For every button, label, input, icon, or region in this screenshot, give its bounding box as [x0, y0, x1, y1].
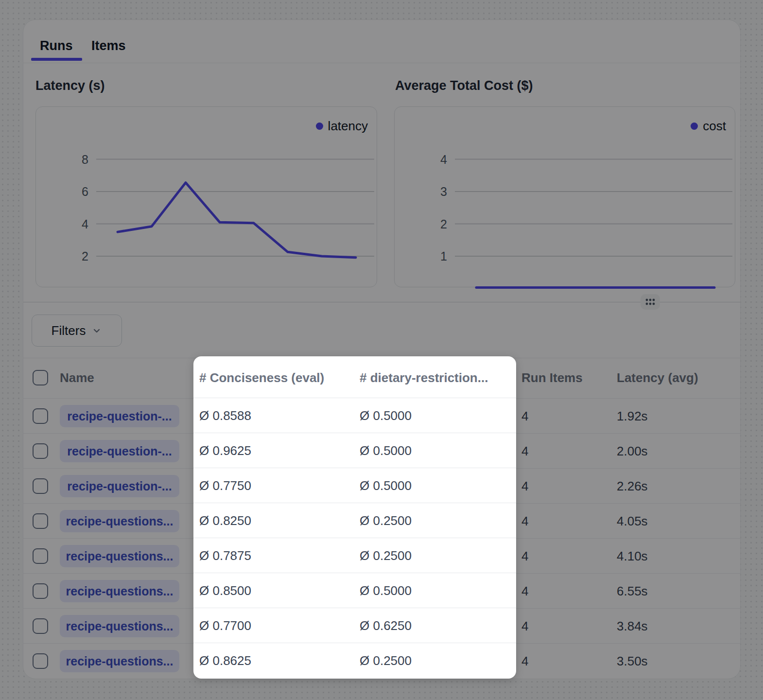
- drag-dots-icon: [641, 294, 660, 310]
- select-all-checkbox[interactable]: [33, 370, 48, 385]
- filters-button-label: Filters: [52, 323, 86, 338]
- chart-cost-plot: [395, 107, 735, 288]
- row-checkbox[interactable]: [33, 583, 48, 599]
- column-header-name[interactable]: Name: [60, 370, 94, 385]
- row-checkbox[interactable]: [33, 653, 48, 669]
- run-items-cell: 4: [521, 443, 528, 459]
- run-name-badge[interactable]: recipe-question-...: [60, 440, 179, 462]
- highlighted-row: Ø 0.7750Ø 0.5000: [193, 468, 516, 503]
- row-checkbox[interactable]: [33, 478, 48, 494]
- conciseness-cell: Ø 0.8250: [199, 513, 251, 528]
- section-splitter: [23, 302, 740, 302]
- run-items-cell: 4: [521, 478, 528, 494]
- row-checkbox[interactable]: [33, 408, 48, 424]
- row-checkbox[interactable]: [33, 548, 48, 564]
- row-checkbox[interactable]: [33, 513, 48, 529]
- dietary-restriction-cell: Ø 0.5000: [360, 443, 412, 458]
- run-items-cell: 4: [521, 583, 528, 599]
- column-header-latency[interactable]: Latency (avg): [617, 370, 698, 385]
- run-items-cell: 4: [521, 513, 528, 529]
- latency-line: [118, 183, 356, 258]
- highlighted-row: Ø 0.7875Ø 0.2500: [193, 538, 516, 573]
- column-header-run-items[interactable]: Run Items: [521, 370, 583, 385]
- run-name-badge[interactable]: recipe-questions...: [60, 615, 179, 637]
- latency-cell: 2.00s: [617, 443, 648, 459]
- conciseness-cell: Ø 0.7875: [199, 548, 251, 563]
- conciseness-cell: Ø 0.8500: [199, 583, 251, 598]
- tab-runs[interactable]: Runs: [40, 38, 73, 53]
- run-name-badge[interactable]: recipe-question-...: [60, 475, 179, 497]
- active-tab-indicator: [31, 58, 82, 61]
- cost-chart: cost 4321: [394, 106, 735, 287]
- cost-chart-title: Average Total Cost ($): [395, 78, 533, 93]
- dietary-restriction-cell: Ø 0.2500: [360, 653, 412, 668]
- latency-cell: 4.10s: [617, 548, 648, 564]
- run-name-badge[interactable]: recipe-questions...: [60, 650, 179, 672]
- conciseness-cell: Ø 0.7700: [199, 618, 251, 633]
- highlighted-row: Ø 0.8250Ø 0.2500: [193, 503, 516, 538]
- column-header-conciseness[interactable]: # Conciseness (eval): [199, 370, 324, 385]
- run-name-badge[interactable]: recipe-questions...: [60, 580, 179, 602]
- resize-drag-handle[interactable]: [641, 294, 660, 310]
- dietary-restriction-cell: Ø 0.2500: [360, 513, 412, 528]
- conciseness-cell: Ø 0.7750: [199, 478, 251, 493]
- column-header-dietary-restriction[interactable]: # dietary-restriction...: [360, 370, 488, 385]
- tabs-divider: [23, 63, 740, 63]
- highlighted-row: Ø 0.8588Ø 0.5000: [193, 398, 516, 433]
- latency-chart-title: Latency (s): [35, 78, 105, 93]
- run-items-cell: 4: [521, 653, 528, 669]
- highlighted-row: Ø 0.7700Ø 0.6250: [193, 608, 516, 643]
- tab-items[interactable]: Items: [91, 38, 126, 53]
- run-name-badge[interactable]: recipe-question-...: [60, 405, 179, 427]
- chart-latency-plot: [36, 107, 377, 288]
- conciseness-cell: Ø 0.8588: [199, 408, 251, 423]
- highlighted-row: Ø 0.9625Ø 0.5000: [193, 433, 516, 468]
- chevron-down-icon: [91, 325, 102, 336]
- run-name-badge[interactable]: recipe-questions...: [60, 545, 179, 567]
- row-checkbox[interactable]: [33, 618, 48, 634]
- dietary-restriction-cell: Ø 0.2500: [360, 548, 412, 563]
- latency-cell: 6.55s: [617, 583, 648, 599]
- run-items-cell: 4: [521, 408, 528, 424]
- run-items-cell: 4: [521, 618, 528, 634]
- dietary-restriction-cell: Ø 0.6250: [360, 618, 412, 633]
- run-items-cell: 4: [521, 548, 528, 564]
- highlighted-row: Ø 0.8500Ø 0.5000: [193, 573, 516, 608]
- dietary-restriction-cell: Ø 0.5000: [360, 583, 412, 598]
- run-name-badge[interactable]: recipe-questions...: [60, 510, 179, 532]
- latency-cell: 3.84s: [617, 618, 648, 634]
- latency-cell: 4.05s: [617, 513, 648, 529]
- conciseness-cell: Ø 0.9625: [199, 443, 251, 458]
- latency-cell: 1.92s: [617, 408, 648, 424]
- highlighted-row: Ø 0.8625Ø 0.2500: [193, 643, 516, 678]
- page: Runs Items Latency (s) Average Total Cos…: [0, 0, 763, 700]
- latency-cell: 3.50s: [617, 653, 648, 669]
- dietary-restriction-cell: Ø 0.5000: [360, 408, 412, 423]
- latency-chart: latency 8642: [35, 106, 377, 287]
- row-checkbox[interactable]: [33, 443, 48, 459]
- conciseness-cell: Ø 0.8625: [199, 653, 251, 668]
- latency-cell: 2.26s: [617, 478, 648, 494]
- dietary-restriction-cell: Ø 0.5000: [360, 478, 412, 493]
- highlighted-columns-panel: # Conciseness (eval) # dietary-restricti…: [193, 356, 516, 679]
- filters-button[interactable]: Filters: [32, 315, 122, 347]
